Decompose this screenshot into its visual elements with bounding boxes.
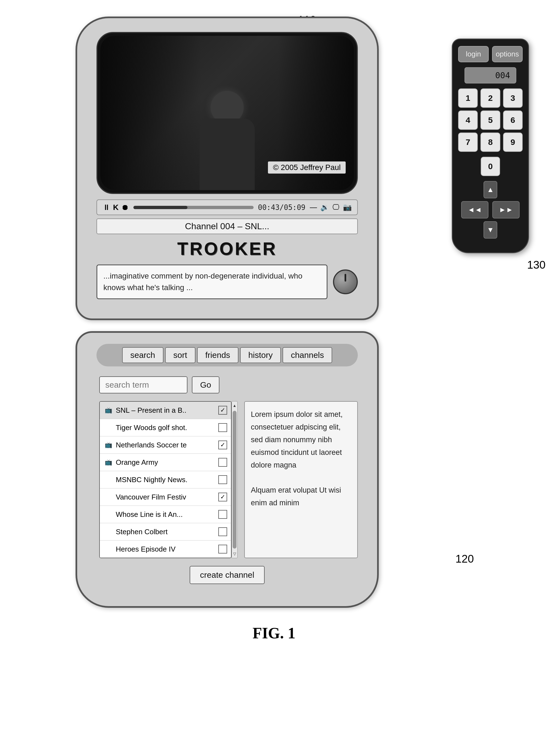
remote-control: login options 004 1 2 3 4 5 6 7 8 9: [452, 39, 529, 253]
remote-nav-down[interactable]: ▼: [484, 221, 497, 239]
result-check-5[interactable]: [218, 475, 227, 484]
result-icon-8: [104, 527, 113, 536]
search-results-area: 📺SNL – Present in a B..Tiger Woods golf …: [96, 401, 358, 558]
create-channel-row: create channel: [96, 566, 358, 584]
result-item-4[interactable]: 📺Orange Army: [100, 454, 231, 471]
trooker-title: TROOKER: [96, 239, 358, 259]
result-text-5: MSNBC Nightly News.: [116, 476, 218, 484]
result-item-6[interactable]: Vancouver Film Festiv: [100, 488, 231, 506]
result-text-3: Netherlands Soccer te: [116, 441, 218, 449]
tv-screen-content: © 2005 Jeffrey Paul: [100, 36, 354, 190]
remote-channel-display: 004: [465, 67, 516, 83]
remote-key-5[interactable]: 5: [481, 110, 500, 130]
result-check-9[interactable]: [218, 545, 227, 553]
tv-controls-icons: ⏸ K ⏺: [102, 203, 129, 212]
remote-key-1[interactable]: 1: [458, 88, 478, 108]
remote-nav-forward[interactable]: ►►: [492, 201, 520, 218]
remote-key-0[interactable]: 0: [481, 157, 500, 176]
remote-nav-up[interactable]: ▲: [484, 181, 497, 198]
remote-key-9[interactable]: 9: [503, 133, 523, 152]
result-icon-5: [104, 475, 113, 484]
remote-key-8[interactable]: 8: [481, 133, 500, 152]
results-scrollbar: ▲ ▽: [231, 401, 237, 558]
tab-history[interactable]: history: [240, 347, 281, 363]
remote-nav-area: ▲ ◄◄ ►► ▼: [458, 181, 523, 239]
play-icon: ⏸: [102, 203, 110, 212]
result-item-2[interactable]: Tiger Woods golf shot.: [100, 419, 231, 436]
scroll-up-arrow[interactable]: ▲: [232, 401, 237, 410]
go-button[interactable]: Go: [192, 376, 219, 393]
remote-nav-rewind[interactable]: ◄◄: [461, 201, 488, 218]
result-item-8[interactable]: Stephen Colbert: [100, 523, 231, 541]
tab-search[interactable]: search: [122, 347, 163, 363]
progress-bar[interactable]: [133, 206, 253, 209]
result-check-7[interactable]: [218, 510, 227, 519]
result-item-1[interactable]: 📺SNL – Present in a B..: [100, 402, 231, 419]
page-container: 110: [0, 0, 548, 756]
results-list: 📺SNL – Present in a B..Tiger Woods golf …: [99, 401, 231, 558]
k-label: K: [113, 203, 118, 212]
scroll-thumb[interactable]: [233, 411, 236, 549]
result-check-6[interactable]: [218, 493, 227, 501]
tv-screen: © 2005 Jeffrey Paul: [100, 36, 354, 190]
person-body: [199, 118, 255, 190]
result-text-7: Whose Line is it An...: [116, 510, 218, 519]
tv-screen-wrapper: © 2005 Jeffrey Paul: [96, 32, 358, 194]
right-column: login options 004 1 2 3 4 5 6 7 8 9: [452, 39, 529, 271]
result-item-5[interactable]: MSNBC Nightly News.: [100, 471, 231, 488]
remote-top-row: login options: [458, 46, 523, 62]
label-120: 120: [455, 553, 474, 565]
result-text-8: Stephen Colbert: [116, 528, 218, 536]
result-text-9: Heroes Episode IV: [116, 545, 218, 553]
result-icon-1: 📺: [104, 406, 113, 415]
result-check-2[interactable]: [218, 423, 227, 432]
remote-key-6[interactable]: 6: [503, 110, 523, 130]
tv-controls-right: — 🔉 🖵 📷: [310, 203, 352, 212]
remote-key-7[interactable]: 7: [458, 133, 478, 152]
result-icon-3: 📺: [104, 440, 113, 450]
remote-key-3[interactable]: 3: [503, 88, 523, 108]
time-display: 00:43/05:09: [258, 203, 306, 212]
result-icon-9: [104, 544, 113, 554]
comment-box: ...imaginative comment by non-degenerate…: [96, 264, 328, 299]
result-item-9[interactable]: Heroes Episode IV: [100, 541, 231, 558]
progress-fill: [133, 206, 187, 209]
result-check-4[interactable]: [218, 458, 227, 467]
result-text-2: Tiger Woods golf shot.: [116, 423, 218, 432]
remote-key-4[interactable]: 4: [458, 110, 478, 130]
camera-icon: 📷: [343, 203, 352, 212]
volume-icon: 🔉: [320, 203, 329, 212]
remote-key-2[interactable]: 2: [481, 88, 500, 108]
label-130: 130: [527, 259, 546, 271]
preview-text: Lorem ipsum dolor sit amet, consectetuer…: [251, 410, 343, 507]
scroll-down-arrow[interactable]: ▽: [232, 550, 237, 558]
result-icon-4: 📺: [104, 458, 113, 467]
comment-area: ...imaginative comment by non-degenerate…: [96, 264, 358, 299]
result-icon-2: [104, 423, 113, 432]
left-column: © 2005 Jeffrey Paul ⏸ K ⏺ 00:43/05:09: [19, 17, 435, 608]
screen-icon: 🖵: [333, 203, 340, 212]
tab-friends[interactable]: friends: [197, 347, 238, 363]
preview-box: Lorem ipsum dolor sit amet, consectetuer…: [244, 401, 358, 558]
results-list-container: 📺SNL – Present in a B..Tiger Woods golf …: [99, 401, 237, 558]
result-check-3[interactable]: [218, 441, 227, 449]
volume-knob[interactable]: [333, 269, 358, 294]
tab-channels[interactable]: channels: [283, 347, 332, 363]
tv-bottom: search sort friends history channels Go: [75, 331, 379, 608]
result-icon-7: [104, 510, 113, 519]
remote-options-button[interactable]: options: [492, 46, 523, 62]
tv-top: © 2005 Jeffrey Paul ⏸ K ⏺ 00:43/05:09: [75, 17, 379, 320]
tab-sort[interactable]: sort: [165, 347, 195, 363]
result-check-1[interactable]: [218, 406, 227, 415]
remote-login-button[interactable]: login: [458, 46, 489, 62]
tv-copyright: © 2005 Jeffrey Paul: [268, 161, 346, 174]
result-item-3[interactable]: 📺Netherlands Soccer te: [100, 436, 231, 454]
remote-key-0-row: 0: [458, 157, 523, 176]
channel-bar: Channel 004 – SNL...: [96, 218, 358, 234]
result-check-8[interactable]: [218, 527, 227, 536]
search-input[interactable]: [99, 376, 187, 393]
result-item-7[interactable]: Whose Line is it An...: [100, 506, 231, 523]
result-text-6: Vancouver Film Festiv: [116, 493, 218, 501]
create-channel-button[interactable]: create channel: [190, 566, 265, 584]
remote-keypad: 1 2 3 4 5 6 7 8 9: [458, 88, 523, 152]
